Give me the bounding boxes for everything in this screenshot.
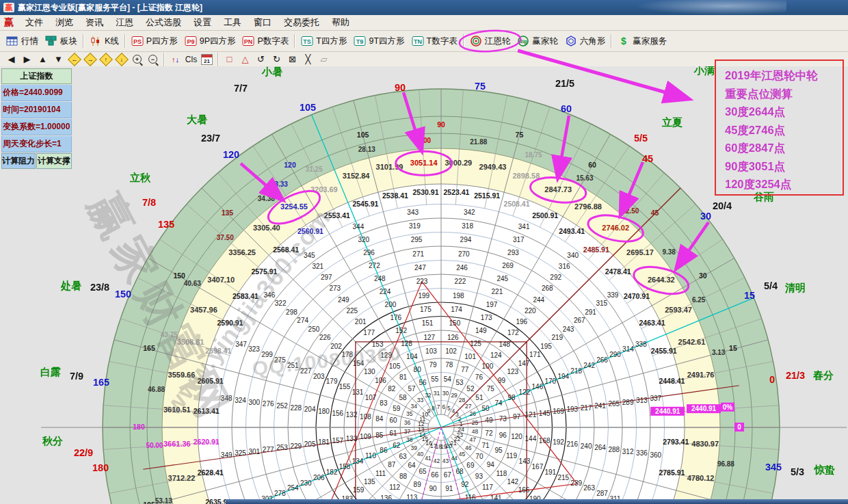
flag-button[interactable]: ▱ [317, 53, 331, 66]
zoom-out-button[interactable]: − [146, 53, 160, 66]
svg-text:83: 83 [380, 399, 388, 407]
svg-text:12.50: 12.50 [622, 207, 639, 215]
svg-text:135: 135 [364, 478, 375, 486]
svg-text:105: 105 [357, 131, 369, 139]
panel-row-3: 周天变化步长=1 [1, 136, 72, 152]
sectors-icon [45, 36, 57, 47]
nav-down-button[interactable]: ▼ [51, 53, 66, 66]
shift-right-button[interactable]: → [83, 53, 97, 66]
zoom-in-button[interactable]: + [130, 53, 144, 66]
svg-text:75: 75 [475, 81, 486, 92]
svg-text:338: 338 [635, 341, 647, 348]
9p-square-icon: P9 [185, 36, 197, 47]
menu-item-7[interactable]: 窗口 [248, 15, 278, 30]
svg-text:341: 341 [518, 223, 530, 230]
svg-text:219: 219 [551, 334, 563, 341]
expand-button[interactable]: ╳ [301, 53, 315, 66]
svg-text:76: 76 [475, 373, 483, 381]
svg-text:122: 122 [519, 388, 531, 396]
draw-triangle-button[interactable]: △ [238, 53, 252, 66]
toolbar-button-hexagon[interactable]: 六角形 [561, 34, 609, 49]
toolbar-button-9p-square[interactable]: P99P四方形 [181, 34, 239, 49]
svg-text:64: 64 [408, 462, 416, 469]
toolbar-button-p-table[interactable]: PNP数字表 [239, 34, 292, 49]
svg-text:132: 132 [346, 411, 358, 419]
svg-text:3407.10: 3407.10 [207, 276, 235, 284]
svg-text:230: 230 [300, 479, 312, 487]
calc-support-button[interactable]: 计算支撑 [36, 153, 72, 169]
menu-item-1[interactable]: 浏览 [49, 15, 79, 30]
toolbar-button-9t-square[interactable]: T99T四方形 [350, 34, 408, 49]
svg-text:349: 349 [221, 451, 233, 459]
svg-text:243: 243 [563, 326, 574, 333]
svg-text:23/8: 23/8 [90, 282, 109, 293]
svg-text:48: 48 [472, 428, 479, 435]
toolbar-button-p-square[interactable]: PSP四方形 [128, 34, 181, 49]
menubar: 赢 文件浏览资讯江恩公式选股设置工具窗口交易委托帮助 [0, 15, 848, 31]
menu-item-6[interactable]: 工具 [217, 15, 248, 30]
kline-icon [90, 36, 102, 47]
calendar-button[interactable]: 21 [200, 53, 214, 66]
svg-text:146: 146 [532, 383, 544, 390]
svg-text:267: 267 [574, 317, 585, 324]
nav-left-button[interactable]: ◀ [4, 53, 18, 66]
rotate-cw-button[interactable]: ↻ [269, 53, 284, 66]
menu-item-4[interactable]: 公式选股 [140, 15, 187, 30]
svg-text:180: 180 [92, 462, 109, 473]
calc-resistance-button[interactable]: 计算阻力 [1, 153, 36, 169]
svg-text:193: 193 [567, 406, 579, 413]
menu-item-0[interactable]: 文件 [19, 15, 49, 30]
menu-item-9[interactable]: 帮助 [326, 15, 356, 30]
svg-text:2796.88: 2796.88 [574, 202, 602, 211]
svg-text:3152.84: 3152.84 [343, 172, 371, 180]
svg-text:134: 134 [352, 457, 364, 465]
svg-text:118: 118 [496, 470, 507, 477]
svg-text:春分: 春分 [812, 369, 834, 381]
svg-text:206: 206 [313, 474, 325, 481]
svg-text:100: 100 [482, 362, 494, 370]
toolbar-button-t-table[interactable]: TNT数字表 [408, 34, 461, 49]
app-window: 赢 赢家江恩专业版[赢家服务平台] - [上证指数 江恩轮] 赢 文件浏览资讯江… [0, 0, 848, 504]
svg-text:0%: 0% [723, 403, 733, 411]
svg-text:4830.97: 4830.97 [691, 440, 719, 448]
svg-text:2530.91: 2530.91 [413, 188, 439, 196]
svg-text:24: 24 [458, 426, 465, 433]
svg-text:52: 52 [466, 385, 475, 393]
svg-text:253: 253 [276, 444, 288, 451]
svg-text:215: 215 [557, 474, 569, 481]
toolbar-button-winner-wheel[interactable]: Big赢家轮 [514, 34, 561, 49]
svg-text:288: 288 [608, 446, 620, 453]
shift-left-button[interactable]: ← [67, 53, 81, 66]
toolbar-button-t-square[interactable]: TST四方形 [297, 34, 350, 49]
toolbar-button-sectors[interactable]: 板块 [42, 34, 81, 49]
shift-up-button[interactable]: ↑ [98, 53, 113, 66]
nav-up-button[interactable]: ▲ [36, 53, 50, 66]
9t-square-icon: T9 [354, 36, 366, 47]
toolbar-label: K线 [105, 36, 119, 47]
toolbar-button-gann-wheel[interactable]: 江恩轮 [466, 34, 514, 49]
toolbar-button-quotes[interactable]: 行情 [3, 34, 42, 49]
svg-text:242: 242 [583, 362, 595, 369]
svg-text:25.00: 25.00 [414, 137, 431, 144]
menu-item-8[interactable]: 交易委托 [278, 15, 326, 30]
svg-text:31.25: 31.25 [306, 165, 323, 173]
menu-item-5[interactable]: 设置 [187, 15, 217, 30]
annotation-line-1: 重要点位测算 [725, 85, 843, 103]
axis-flip-button[interactable]: ↑↓ [168, 53, 183, 66]
shift-down-button[interactable]: ↓ [114, 53, 129, 66]
menu-item-3[interactable]: 江恩 [109, 15, 140, 30]
svg-text:194: 194 [557, 373, 569, 380]
nav-right-button[interactable]: ▶ [20, 53, 34, 66]
menu-item-2[interactable]: 资讯 [79, 15, 109, 30]
delete-box-button[interactable]: ⊠ [285, 53, 300, 66]
draw-square-button[interactable]: □ [222, 53, 237, 66]
cls-button[interactable]: Cls [184, 53, 198, 66]
svg-text:198: 198 [453, 292, 464, 300]
toolbar-button-kline[interactable]: K线 [86, 34, 122, 49]
svg-text:165: 165 [93, 377, 109, 388]
svg-text:5/3: 5/3 [791, 466, 804, 477]
svg-text:65: 65 [419, 468, 427, 475]
svg-text:PS: PS [133, 38, 142, 45]
rotate-ccw-button[interactable]: ↺ [254, 53, 268, 66]
toolbar-button-winner-service[interactable]: $赢家服务 [614, 34, 670, 49]
